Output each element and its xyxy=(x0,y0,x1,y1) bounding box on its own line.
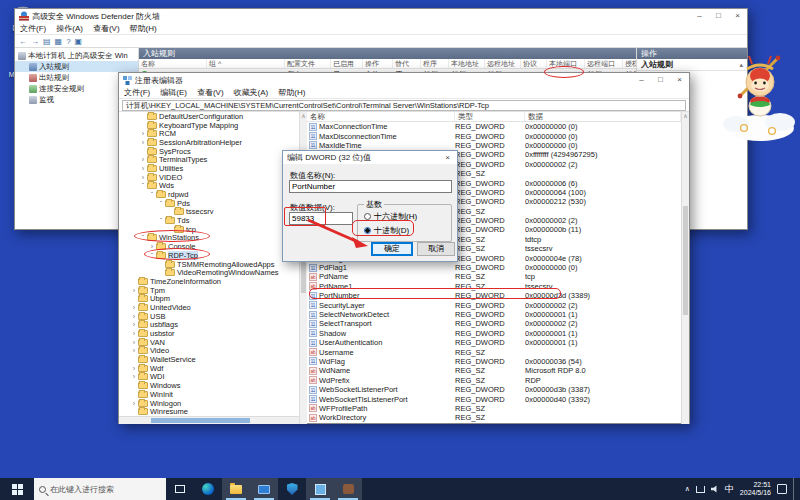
values-vertical-scrollbar[interactable]: ∧ xyxy=(681,112,689,424)
menu-item[interactable]: 文件(F) xyxy=(15,23,51,34)
reg-value-row[interactable]: 11SecurityLayerREG_DWORD0x00000002 (2) xyxy=(307,300,681,309)
expand-icon[interactable]: › xyxy=(139,139,147,146)
reg-tree-item[interactable]: SysProcs xyxy=(119,147,299,156)
reg-value-row[interactable]: abWdPrefixREG_SZRDP xyxy=(307,376,681,385)
reg-value-row[interactable]: abPdName1REG_SZtssecsrv xyxy=(307,282,681,291)
menu-item[interactable]: 帮助(H) xyxy=(273,87,310,98)
action-center-icon[interactable] xyxy=(777,484,787,494)
reg-tree-item[interactable]: ›VAN xyxy=(119,338,299,347)
reg-tree-item[interactable]: KeyboardType Mapping xyxy=(119,121,299,130)
reg-tree-item[interactable]: ›Console xyxy=(119,242,299,251)
tray-clock[interactable]: 22:51 2024/5/16 xyxy=(740,481,771,497)
fw-column-header[interactable]: 已启用 xyxy=(331,59,363,68)
fw-column-header[interactable]: 组 ^ xyxy=(207,59,285,68)
taskbar-defender[interactable] xyxy=(278,478,306,500)
reg-tree-item[interactable]: ˇPds xyxy=(119,199,299,208)
reg-value-row[interactable]: 11WdFlagREG_DWORD0x00000036 (54) xyxy=(307,357,681,366)
column-data[interactable]: 数据 xyxy=(525,112,681,121)
help-icon[interactable]: ? xyxy=(66,37,70,46)
ime-indicator[interactable]: 中 xyxy=(725,483,734,496)
expand-icon[interactable]: › xyxy=(139,130,147,137)
reg-tree-item[interactable]: ˇRDP-Tcp xyxy=(119,251,299,260)
reg-value-row[interactable]: 11PdFlag1REG_DWORD0x00000000 (0) xyxy=(307,263,681,272)
taskbar-remote-desktop[interactable] xyxy=(250,478,278,500)
reg-value-row[interactable]: 11SelectTransportREG_DWORD0x00000002 (2) xyxy=(307,319,681,328)
close-button[interactable]: × xyxy=(728,9,747,23)
reg-value-row[interactable]: 11PortNumberREG_DWORD0x00000d3d (3389) xyxy=(307,291,681,300)
value-name-input[interactable] xyxy=(289,180,452,193)
taskbar-search[interactable]: 在此键入进行搜索 xyxy=(34,478,166,500)
expand-icon[interactable]: › xyxy=(130,339,138,346)
reg-tree-item[interactable]: ˇrdpwd xyxy=(119,190,299,199)
expand-icon[interactable]: › xyxy=(130,365,138,372)
regedit-titlebar[interactable]: 注册表编辑器 – □ × xyxy=(119,73,689,87)
fw-column-header[interactable]: 本地端口 xyxy=(547,59,585,68)
minimize-button[interactable]: – xyxy=(632,73,651,87)
menu-item[interactable]: 操作(A) xyxy=(51,23,88,34)
radio-decimal[interactable]: 十进制(D) xyxy=(364,225,409,236)
address-input[interactable]: 计算机\HKEY_LOCAL_MACHINE\SYSTEM\CurrentCon… xyxy=(122,100,686,111)
network-icon[interactable] xyxy=(696,486,705,493)
collapse-icon[interactable]: ˇ xyxy=(139,234,147,241)
reg-tree-item[interactable]: ›Video xyxy=(119,347,299,356)
reg-tree-item[interactable]: Winresume xyxy=(119,407,299,416)
show-desktop-button[interactable] xyxy=(793,478,796,500)
taskbar-file-explorer[interactable] xyxy=(222,478,250,500)
forward-icon[interactable]: → xyxy=(31,37,39,46)
column-type[interactable]: 类型 xyxy=(455,112,525,121)
tray-chevron-icon[interactable]: ∧ xyxy=(685,485,690,493)
fw-column-header[interactable]: 远程端口 xyxy=(585,59,623,68)
dialog-titlebar[interactable]: 编辑 DWORD (32 位)值 × xyxy=(283,151,457,164)
expand-icon[interactable]: › xyxy=(130,313,138,320)
reg-tree-item[interactable]: WalletService xyxy=(119,355,299,364)
cancel-button[interactable]: 取消 xyxy=(417,242,455,256)
expand-icon[interactable]: › xyxy=(130,347,138,354)
reg-tree-item[interactable]: VideoRemotingWindowNames xyxy=(119,268,299,277)
expand-icon[interactable]: › xyxy=(130,330,138,337)
collapse-icon[interactable]: ˇ xyxy=(157,217,165,224)
fw-column-header[interactable]: 配置文件 xyxy=(285,59,331,68)
reg-tree-item[interactable]: ›RCM xyxy=(119,129,299,138)
expand-icon[interactable]: › xyxy=(130,400,138,407)
menu-item[interactable]: 查看(V) xyxy=(88,23,125,34)
maximize-button[interactable]: □ xyxy=(709,9,728,23)
reg-tree-item[interactable]: ›UnitedVideo xyxy=(119,303,299,312)
reg-value-row[interactable]: abWFProfilePathREG_SZ xyxy=(307,404,681,413)
reg-tree-item[interactable]: ›SessionArbitrationHelper xyxy=(119,138,299,147)
fw-column-header[interactable]: 操作 xyxy=(363,59,393,68)
fw-column-header[interactable]: 名称 xyxy=(139,59,207,68)
start-button[interactable] xyxy=(0,478,34,500)
ok-button[interactable]: 确定 xyxy=(371,242,413,256)
menu-item[interactable]: 编辑(E) xyxy=(155,87,192,98)
reg-tree-item[interactable]: Windows xyxy=(119,381,299,390)
expand-icon[interactable]: › xyxy=(130,287,138,294)
tree-horizontal-scrollbar[interactable] xyxy=(119,416,299,424)
close-button[interactable]: × xyxy=(670,73,689,87)
column-name[interactable]: 名称 xyxy=(307,112,455,121)
reg-tree-item[interactable]: ˇWds xyxy=(119,182,299,191)
collapse-icon[interactable]: ˇ xyxy=(157,200,165,207)
collapse-icon[interactable]: ˇ xyxy=(148,191,156,198)
fw-column-header[interactable]: 协议 xyxy=(521,59,547,68)
export-list-icon[interactable]: ▤ xyxy=(43,37,51,46)
value-data-input[interactable] xyxy=(289,212,353,225)
reg-value-row[interactable]: abWdNameREG_SZMicrosoft RDP 8.0 xyxy=(307,366,681,375)
reg-tree-item[interactable]: ›Tpm xyxy=(119,286,299,295)
reg-value-row[interactable]: 11WebSocketTlsListenerPortREG_DWORD0x000… xyxy=(307,394,681,403)
reg-tree-item[interactable]: ›usbflags xyxy=(119,321,299,330)
expand-icon[interactable]: › xyxy=(148,243,156,250)
reg-tree-item[interactable]: TimeZoneInformation xyxy=(119,277,299,286)
expand-icon[interactable]: › xyxy=(130,304,138,311)
expand-icon[interactable]: › xyxy=(130,321,138,328)
taskbar-brown-app[interactable] xyxy=(334,478,362,500)
firewall-tree-root[interactable]: 本地计算机 上的高级安全 Win xyxy=(15,50,138,61)
reg-value-row[interactable]: 11ShadowREG_DWORD0x00000001 (1) xyxy=(307,329,681,338)
reg-tree-item[interactable]: tcp xyxy=(119,225,299,234)
reg-tree-item[interactable]: ›VIDEO xyxy=(119,173,299,182)
reg-tree-item[interactable]: ›TerminalTypes xyxy=(119,155,299,164)
fw-column-header[interactable]: 远程地址 xyxy=(485,59,521,68)
expand-icon[interactable]: › xyxy=(130,373,138,380)
taskbar-edge[interactable] xyxy=(194,478,222,500)
reg-value-row[interactable]: 11UserAuthenticationREG_DWORD0x00000001 … xyxy=(307,338,681,347)
menu-item[interactable]: 文件(F) xyxy=(119,87,155,98)
